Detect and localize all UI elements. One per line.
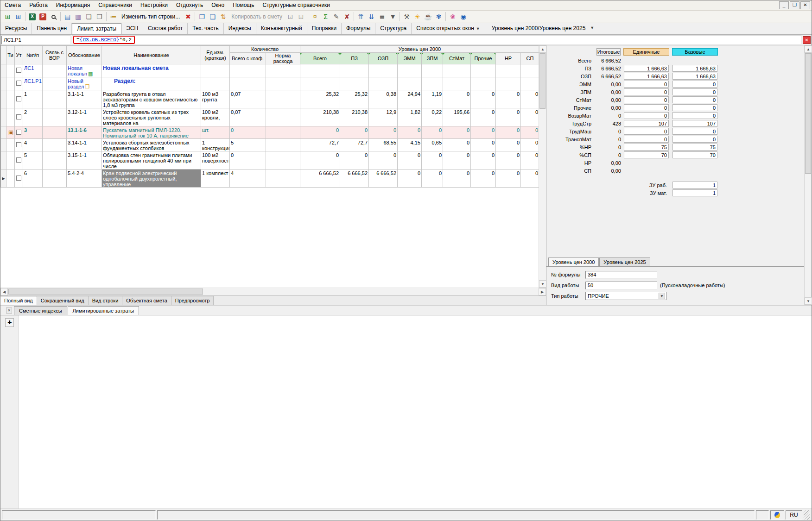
value-cell[interactable]: 0 [496, 151, 521, 169]
row-checkbox[interactable] [16, 114, 21, 119]
scroll-down-icon[interactable]: ▼ [539, 280, 546, 288]
name-cell[interactable]: Раздел: [102, 77, 201, 90]
value-cell[interactable]: 4,15 [398, 139, 422, 151]
value-cell[interactable]: 0 [300, 126, 340, 139]
type-cell[interactable] [6, 151, 15, 169]
tab-Ресурсы[interactable]: Ресурсы [0, 23, 32, 34]
bottom-tab[interactable]: Лимитированные затраты [68, 306, 139, 315]
value-cell[interactable]: 0 [398, 169, 422, 188]
scroll-down-icon[interactable]: ▼ [805, 297, 812, 305]
value-cell[interactable]: 1,82 [398, 108, 422, 126]
value-cell[interactable] [340, 64, 369, 77]
value-cell[interactable]: 0 [496, 126, 521, 139]
norm-cell[interactable] [266, 151, 300, 169]
value-cell[interactable]: 0 [496, 90, 521, 108]
add-variable-button[interactable]: ✚ [5, 318, 14, 327]
view-mode-tab[interactable]: Вид строки [89, 296, 123, 305]
close-button[interactable]: ✕ [800, 1, 810, 9]
value-cell[interactable] [398, 77, 422, 90]
row-pointer-cell[interactable] [1, 90, 6, 108]
scroll-left-icon[interactable]: ◀ [0, 288, 8, 295]
column-header-total[interactable]: Итоговые [596, 48, 621, 56]
basis-cell[interactable]: Новый раздел❒ [67, 77, 102, 90]
value-cell[interactable]: 12,9 [369, 108, 398, 126]
param-unit-input[interactable]: 0 [624, 88, 669, 95]
formula-variable-reference[interactable]: {ЛЗ.ОБ.ВСЕГО} [80, 37, 120, 43]
view-mode-tab[interactable]: Сокращенный вид [37, 296, 89, 305]
basis-cell[interactable]: 3.1-1-1 [67, 90, 102, 108]
value-cell[interactable]: 0,38 [369, 90, 398, 108]
tab-Панель цен[interactable]: Панель цен [32, 23, 72, 34]
menu-item[interactable]: Работа [25, 0, 52, 10]
approve-cell[interactable] [15, 77, 23, 90]
param-unit-input[interactable]: 1 666,63 [624, 65, 669, 72]
clear-icon[interactable]: ✘ [342, 12, 352, 22]
param-base-input[interactable]: 70 [672, 151, 717, 158]
tab-Конъюнктурный[interactable]: Конъюнктурный [256, 23, 307, 34]
save-icon[interactable]: ▤ [62, 12, 73, 22]
row-pointer-cell[interactable] [1, 151, 6, 169]
unit-cell[interactable]: 100 м2 кровли, [201, 108, 230, 126]
vor-cell[interactable] [43, 169, 67, 188]
pdf-export-icon[interactable]: P [38, 12, 48, 22]
basis-cell[interactable]: 3.15-1-1 [67, 151, 102, 169]
excel-export-icon[interactable]: X [27, 12, 38, 22]
value-cell[interactable] [521, 64, 539, 77]
language-indicator[interactable]: RU [786, 510, 802, 520]
norm-cell[interactable] [266, 126, 300, 139]
name-cell[interactable]: Устройство кровель скатных из трех слоев… [102, 108, 201, 126]
value-cell[interactable]: 0 [471, 139, 496, 151]
name-cell[interactable]: Разработка грунта в отвал экскаваторами … [102, 90, 201, 108]
bottom-tab[interactable]: Сметные индексы [14, 306, 67, 315]
param-unit-input[interactable]: 0 [624, 96, 669, 103]
param-base-input[interactable]: 0 [672, 128, 717, 135]
price-level-tab[interactable]: Уровень цен 2025 [599, 257, 650, 266]
value-cell[interactable]: 0 [443, 90, 471, 108]
type-cell[interactable] [6, 108, 15, 126]
basis-cell[interactable]: 3.12-1-1 [67, 108, 102, 126]
type-cell[interactable] [6, 90, 15, 108]
value-cell[interactable]: 0 [521, 139, 539, 151]
row-number-cell[interactable]: 5 [23, 151, 43, 169]
approve-cell[interactable] [15, 64, 23, 77]
value-cell[interactable]: 0 [471, 169, 496, 188]
work-type-select[interactable]: ПРОЧИЕ ▼ [585, 292, 666, 300]
value-cell[interactable]: 0 [443, 169, 471, 188]
value-cell[interactable] [471, 64, 496, 77]
value-cell[interactable] [300, 64, 340, 77]
value-cell[interactable]: 24,94 [398, 90, 422, 108]
value-cell[interactable]: 0 [340, 126, 369, 139]
basis-cell[interactable]: 13.1-1-6 [67, 126, 102, 139]
value-cell[interactable]: 25,32 [340, 90, 369, 108]
param-unit-input[interactable]: 0 [624, 112, 669, 119]
value-cell[interactable]: 0 [443, 151, 471, 169]
value-cell[interactable]: 0 [422, 126, 443, 139]
norm-cell[interactable] [266, 108, 300, 126]
unit-cell[interactable]: 100 м3 грунта [201, 90, 230, 108]
param-unit-input[interactable]: 0 [624, 136, 669, 143]
value-cell[interactable]: 0 [422, 169, 443, 188]
sort-descending-icon[interactable]: ⇊ [366, 12, 377, 22]
vor-cell[interactable] [43, 139, 67, 151]
value-cell[interactable]: 72,7 [300, 139, 340, 151]
param-base-input[interactable]: 0 [672, 104, 717, 111]
column-header-unit[interactable]: Единичные [623, 48, 669, 56]
sort-ascending-icon[interactable]: ⇈ [355, 12, 366, 22]
edit-formula-icon[interactable]: ✎ [331, 12, 342, 22]
unit-cell[interactable]: шт. [201, 126, 230, 139]
row-checkbox[interactable] [16, 176, 21, 181]
param-base-input[interactable]: 1 666,63 [672, 73, 717, 80]
approve-cell[interactable] [15, 169, 23, 188]
vor-cell[interactable] [43, 90, 67, 108]
tab-windows-menu[interactable]: Список открытых окон▼ [412, 23, 485, 34]
value-cell[interactable]: 0 [496, 139, 521, 151]
row-checkbox[interactable] [16, 142, 21, 147]
row-pointer-cell[interactable]: ▶ [1, 169, 6, 188]
document-icon[interactable]: ❐ [94, 12, 105, 22]
type-cell[interactable] [6, 64, 15, 77]
value-cell[interactable]: 1,19 [422, 90, 443, 108]
unit-cell[interactable] [201, 77, 230, 90]
paste-icon[interactable]: ❑ [207, 12, 218, 22]
value-cell[interactable]: 6 666,52 [369, 169, 398, 188]
approve-cell[interactable] [15, 151, 23, 169]
